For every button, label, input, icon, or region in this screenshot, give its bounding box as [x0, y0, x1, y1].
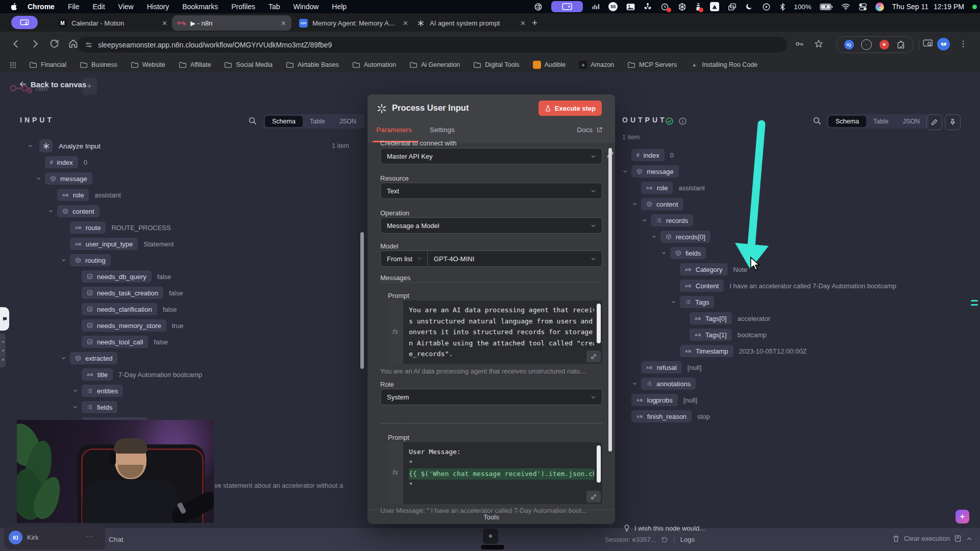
- tree-row[interactable]: ABrouteROUTE_PROCESS: [19, 219, 353, 236]
- prompt1-expand-icon[interactable]: [586, 350, 601, 362]
- tree-row[interactable]: ABTimestamp2023-10-05T12:00:00Z: [620, 343, 975, 359]
- browser-tab-4[interactable]: AI agent system prompt✕: [411, 15, 531, 31]
- back-icon[interactable]: [10, 38, 21, 49]
- tree-row[interactable]: ABuser_input_typeStatement: [19, 236, 353, 252]
- output-tab-json[interactable]: JSON: [896, 116, 927, 127]
- tree-row[interactable]: fields: [620, 245, 975, 261]
- tree-row[interactable]: message: [19, 170, 353, 187]
- menu-window[interactable]: Window: [293, 3, 319, 11]
- bookmark-star-icon[interactable]: [814, 39, 824, 49]
- prompt1-editor[interactable]: fx You are an AI data processing agent t…: [388, 300, 602, 364]
- menubar-shield-icon[interactable]: [710, 2, 719, 11]
- chat-toggle-tab[interactable]: [0, 307, 9, 331]
- resource-select[interactable]: Text: [380, 183, 602, 199]
- tree-row[interactable]: Tags: [620, 294, 975, 310]
- bookmark-airtable-bases[interactable]: Airtable Bases: [286, 61, 339, 68]
- session-reset-icon[interactable]: [661, 536, 668, 543]
- docs-link[interactable]: Docs: [577, 126, 593, 134]
- screen-search-icon[interactable]: [923, 39, 934, 49]
- credential-select[interactable]: Master API Key: [380, 148, 602, 164]
- menu-profiles[interactable]: Profiles: [231, 3, 255, 11]
- tree-row[interactable]: #index0: [620, 147, 975, 163]
- new-tab-button[interactable]: +: [532, 17, 537, 29]
- output-tab-schema[interactable]: Schema: [828, 116, 866, 127]
- tree-row[interactable]: content: [620, 196, 975, 212]
- output-tab-table[interactable]: Table: [866, 116, 896, 127]
- menu-history[interactable]: History: [147, 3, 169, 11]
- tab-close-icon[interactable]: ✕: [162, 19, 167, 27]
- menubar-camera-icon[interactable]: [534, 3, 543, 11]
- menubar-bluetooth-icon[interactable]: [779, 3, 786, 11]
- kebab-menu-icon[interactable]: [959, 38, 968, 49]
- menubar-unity-icon[interactable]: [678, 3, 687, 11]
- tree-row[interactable]: ABCategoryNote: [620, 261, 975, 278]
- input-tab-table[interactable]: Table: [303, 116, 332, 127]
- menu-chrome[interactable]: Chrome: [28, 3, 55, 11]
- extensions-puzzle-icon[interactable]: [896, 40, 905, 49]
- input-scrollbar[interactable]: [360, 232, 364, 369]
- wifi-icon[interactable]: [841, 3, 850, 10]
- url-text[interactable]: sleepyseamonster.app.n8n.cloud/workflow/…: [98, 41, 332, 49]
- bookmark-digital-tools[interactable]: Digital Tools: [473, 61, 519, 68]
- tree-row[interactable]: ABtitle7-Day Automation bootcamp: [19, 366, 353, 383]
- tab-settings[interactable]: Settings: [430, 126, 455, 134]
- tools-section[interactable]: Tools: [368, 510, 615, 524]
- menu-bookmarks[interactable]: Bookmarks: [182, 3, 218, 11]
- model-select[interactable]: From list GPT-4O-MINI: [380, 251, 602, 267]
- tree-row[interactable]: needs_clarificationfalse: [19, 301, 353, 317]
- bookmark-automation[interactable]: Automation: [352, 61, 396, 68]
- output-info-icon[interactable]: [678, 117, 687, 126]
- tree-row[interactable]: ABfinish_reasonstop: [620, 408, 975, 424]
- menubar-moon-icon[interactable]: [745, 3, 753, 11]
- reload-icon[interactable]: [49, 38, 60, 49]
- chat-tab[interactable]: Chat: [109, 536, 124, 543]
- tree-row[interactable]: routing: [19, 252, 353, 268]
- menubar-fan-icon[interactable]: [644, 3, 652, 11]
- extension-arc-icon[interactable]: ✳: [879, 40, 889, 49]
- menubar-play-circle-icon[interactable]: [762, 3, 771, 11]
- tree-row[interactable]: message: [620, 163, 975, 180]
- url-bar[interactable]: sleepyseamonster.app.n8n.cloud/workflow/…: [78, 37, 787, 53]
- tree-row[interactable]: needs_memory_storetrue: [19, 317, 353, 334]
- tree-row[interactable]: ABTags[1]bootcamp: [620, 327, 975, 343]
- menubar-pump-icon[interactable]: [695, 3, 701, 11]
- tree-row[interactable]: fields: [19, 399, 353, 415]
- tree-row[interactable]: annotations: [620, 375, 975, 392]
- bookmark-affiliate[interactable]: Affiliate: [179, 61, 211, 68]
- output-pin-button[interactable]: [945, 114, 961, 130]
- tab-close-icon[interactable]: ✕: [281, 19, 286, 27]
- prompt2-editor-scrollbar[interactable]: [597, 445, 601, 483]
- menubar-layers-icon[interactable]: [728, 3, 737, 11]
- tree-row[interactable]: records[0]: [620, 229, 975, 245]
- tree-row[interactable]: content: [19, 203, 353, 219]
- menu-view[interactable]: View: [118, 3, 134, 11]
- docs-book-icon[interactable]: [954, 535, 962, 542]
- forward-icon[interactable]: [30, 38, 41, 49]
- clear-execution-button[interactable]: Clear execution: [892, 535, 973, 542]
- more-options-icon[interactable]: …: [86, 530, 94, 538]
- operation-select[interactable]: Message a Model: [380, 217, 602, 234]
- tree-row[interactable]: ABrefusal[null]: [620, 359, 975, 375]
- modal-scrollbar[interactable]: [608, 148, 612, 452]
- tree-root-row[interactable]: Analyze Input1 item: [19, 138, 353, 154]
- collapse-chevron-icon[interactable]: [966, 535, 973, 542]
- bookmark-business[interactable]: Business: [80, 61, 117, 68]
- tree-row[interactable]: needs_db_queryfalse: [19, 268, 353, 285]
- profile-avatar[interactable]: [937, 38, 950, 51]
- bookmark-social-media[interactable]: Social Media: [224, 61, 273, 68]
- tab-close-icon[interactable]: ✕: [520, 19, 526, 27]
- menu-edit[interactable]: Edit: [92, 3, 105, 11]
- menubar-record-icon[interactable]: [660, 3, 669, 11]
- tree-row[interactable]: #index0: [19, 154, 353, 170]
- prompt2-editor[interactable]: fx User Message:"{{ $('When chat message…: [388, 442, 602, 504]
- browser-tab-1[interactable]: MCalendar - Motion✕: [53, 15, 173, 31]
- add-message-button[interactable]: +: [482, 528, 499, 544]
- tree-row[interactable]: extracted: [19, 350, 353, 366]
- tree-row[interactable]: needs_task_creationfalse: [19, 285, 353, 301]
- tree-row[interactable]: ABroleassistant: [620, 180, 975, 196]
- wish-feedback-link[interactable]: I wish this node would...: [634, 524, 705, 532]
- screenshare-tab-icon[interactable]: [11, 16, 38, 29]
- drag-handle[interactable]: [481, 545, 504, 549]
- bookmark-installing-roo-code[interactable]: ▲Installing Roo Code: [690, 61, 757, 69]
- tree-row[interactable]: ABTags[0]accelerator: [620, 310, 975, 327]
